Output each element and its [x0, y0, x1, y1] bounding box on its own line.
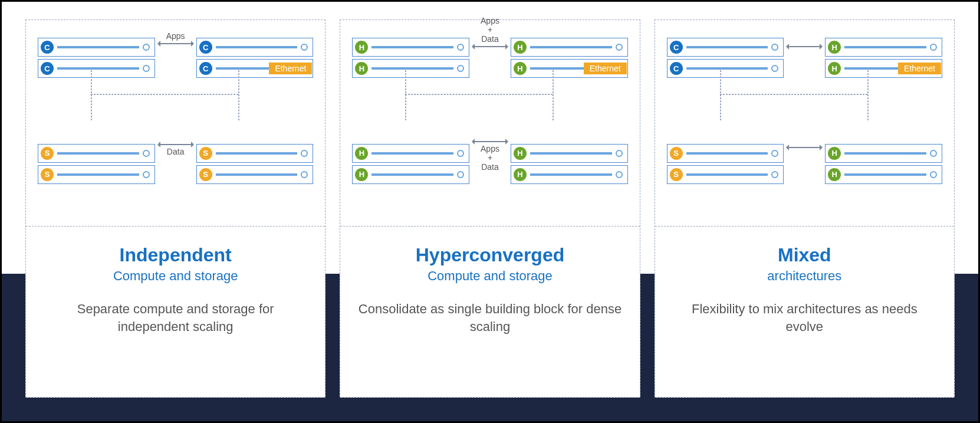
node-type-badge: H	[514, 41, 527, 54]
server-bar-icon	[57, 173, 139, 176]
ethernet-tag: Ethernet	[584, 63, 627, 74]
flow-label: Apps + Data	[481, 17, 499, 44]
server-port-icon	[616, 150, 623, 157]
node-type-badge: H	[355, 41, 368, 54]
panel-title: Hyperconverged	[358, 244, 621, 266]
flow-label: Apps	[166, 32, 185, 41]
server-node: H	[825, 144, 942, 163]
node-type-badge: H	[828, 168, 841, 181]
node-pair: SS	[667, 144, 784, 215]
diagram-mixed: CC HH SS HH Ethernet	[655, 20, 954, 227]
server-bar-icon	[371, 152, 453, 155]
server-bar-icon	[57, 67, 139, 70]
flow-label: Data	[167, 147, 185, 156]
server-port-icon	[616, 171, 623, 178]
connector-line	[238, 70, 239, 120]
server-node: S	[667, 144, 784, 163]
server-port-icon	[301, 150, 308, 157]
node-pair: HH	[825, 144, 942, 215]
node-type-badge: H	[828, 62, 841, 75]
double-arrow-icon	[787, 46, 822, 47]
server-port-icon	[616, 44, 623, 51]
server-bar-icon	[530, 173, 612, 176]
panel-row: CC CC SS SS Apps Data Ethernet Independe…	[2, 2, 978, 421]
server-port-icon	[930, 171, 937, 178]
arrow-bottom: Data	[158, 144, 193, 156]
server-port-icon	[457, 44, 464, 51]
diagram-independent: CC CC SS SS Apps Data Ethernet	[26, 20, 325, 227]
node-type-badge: C	[41, 41, 54, 54]
server-node: H	[825, 38, 942, 57]
node-type-badge: H	[514, 147, 527, 160]
connector-line	[553, 70, 554, 120]
connector-line	[91, 70, 92, 120]
server-bar-icon	[686, 67, 768, 70]
double-arrow-icon	[472, 46, 508, 47]
server-bar-icon	[371, 67, 453, 70]
server-bar-icon	[371, 173, 453, 176]
server-bar-icon	[530, 46, 612, 48]
panel-title: Mixed	[673, 244, 936, 266]
server-bar-icon	[216, 46, 298, 48]
server-port-icon	[771, 171, 778, 178]
server-port-icon	[457, 65, 464, 72]
panel-subtitle: architectures	[673, 268, 936, 284]
ethernet-tag: Ethernet	[269, 63, 312, 74]
server-node: C	[38, 59, 155, 78]
server-port-icon	[771, 65, 778, 72]
connector-line	[867, 70, 869, 120]
server-node: H	[352, 59, 469, 78]
arrow-bottom: Apps + Data	[472, 141, 508, 172]
server-node: H	[511, 165, 628, 184]
node-type-badge: C	[41, 62, 54, 75]
panel-title: Independent	[44, 244, 307, 266]
server-port-icon	[143, 171, 150, 178]
arrow-top: Apps	[158, 32, 193, 44]
node-type-badge: S	[41, 168, 54, 181]
node-type-badge: H	[514, 62, 527, 75]
node-type-badge: S	[670, 147, 683, 160]
panel-subtitle: Compute and storage	[358, 268, 621, 284]
arrow-top: Apps + Data	[472, 17, 508, 47]
node-type-badge: C	[670, 41, 683, 54]
node-type-badge: S	[670, 168, 683, 181]
server-bar-icon	[57, 46, 139, 48]
node-type-badge: C	[199, 41, 212, 54]
server-bar-icon	[57, 152, 139, 155]
connector-line	[405, 70, 406, 120]
server-bar-icon	[844, 173, 926, 176]
server-bar-icon	[686, 173, 768, 176]
server-node: C	[38, 38, 155, 57]
panel-text: Independent Compute and storage Separate…	[26, 227, 325, 359]
panel-subtitle: Compute and storage	[44, 268, 307, 284]
node-type-badge: S	[199, 168, 212, 181]
connector-line	[720, 94, 867, 95]
server-port-icon	[930, 44, 937, 51]
node-type-badge: C	[670, 62, 683, 75]
server-node: S	[196, 144, 314, 163]
node-pair: HH	[352, 38, 469, 109]
server-node: H	[825, 165, 942, 184]
diagram-hyperconverged: HH HH HH HH Apps + Data Apps + Data Ethe…	[340, 20, 639, 227]
panel-independent: CC CC SS SS Apps Data Ethernet Independe…	[25, 19, 325, 398]
panel-text: Mixed architectures Flexibility to mix a…	[655, 227, 954, 359]
double-arrow-icon	[158, 43, 193, 44]
node-pair: SS	[38, 144, 155, 215]
server-node: H	[352, 38, 469, 57]
server-port-icon	[143, 44, 150, 51]
server-port-icon	[301, 171, 308, 178]
panel-text: Hyperconverged Compute and storage Conso…	[340, 227, 639, 359]
server-port-icon	[143, 150, 150, 157]
server-node: H	[352, 144, 469, 163]
server-port-icon	[457, 150, 464, 157]
server-port-icon	[771, 150, 778, 157]
server-bar-icon	[371, 46, 453, 48]
panel-mixed: CC HH SS HH Ethernet Mixed architectures…	[655, 19, 955, 398]
server-node: H	[511, 144, 628, 163]
node-type-badge: H	[355, 62, 368, 75]
server-bar-icon	[844, 46, 926, 48]
node-type-badge: H	[828, 147, 841, 160]
node-pair: HH	[511, 144, 628, 215]
server-node: C	[196, 38, 314, 57]
server-node: S	[667, 165, 784, 184]
